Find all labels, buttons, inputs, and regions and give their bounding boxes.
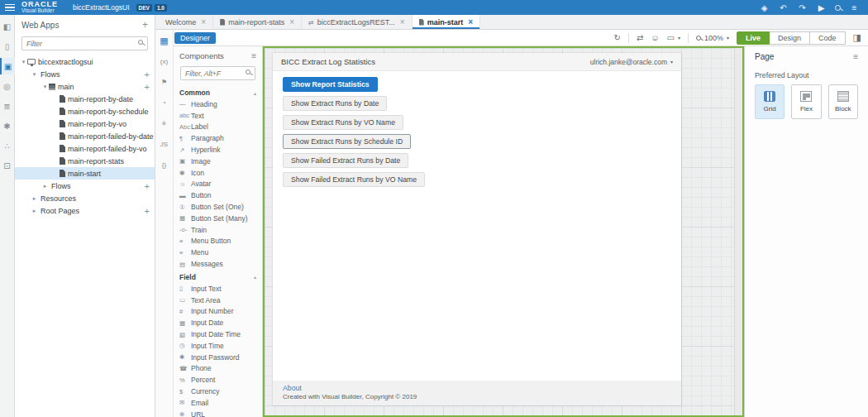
panel-menu-icon[interactable]: ≡ [251,51,256,60]
editor-tab[interactable]: biccExtractLogsREST... × [302,15,413,29]
tree-item[interactable]: ▸ Resources + [15,192,155,204]
component-item[interactable]: — Heading [174,98,262,110]
hamburger-icon[interactable] [5,4,15,11]
settings-gear-icon[interactable]: ✳ [157,116,172,131]
tree-item[interactable]: ▸ Flows + [15,180,155,192]
expander-icon[interactable]: ▾ [20,59,27,65]
component-item[interactable]: ✱ Input Password [174,352,262,363]
search-icon[interactable] [835,5,841,11]
component-item[interactable]: ◷ Input Time [174,340,262,352]
report-button[interactable]: Show Failed Extract Runs by Date [283,153,408,168]
diagram-icon[interactable]: ◈ [759,3,770,12]
component-item[interactable]: ▣ Image [174,156,262,167]
redo-icon[interactable]: ↷ [797,3,808,12]
tree-item[interactable]: ▾ Flows + [15,68,155,80]
add-icon[interactable]: + [145,70,150,79]
close-icon[interactable]: × [201,17,206,26]
canvas-scrollbar[interactable] [734,48,742,415]
tree-item[interactable]: ▾ biccextractlogsui + [15,55,155,68]
business-objects-icon[interactable]: ≣ [0,98,15,114]
about-link[interactable]: About [283,384,671,392]
close-icon[interactable]: × [400,17,405,26]
component-item[interactable]: ◉ Icon [174,167,262,179]
collapse-panel-icon[interactable]: ◧ [0,18,15,35]
editor-tab[interactable]: Welcome × [155,15,213,29]
component-item[interactable]: ☎ Phone [174,363,262,375]
tree-item[interactable]: main-report-failed-by-vo + [15,142,155,155]
component-item[interactable]: % Percent [174,374,262,386]
design-canvas[interactable]: BICC Extract Log Statistics ulrich.janke… [263,46,744,417]
tree-item[interactable]: main-report-stats + [15,155,155,167]
expander-icon[interactable]: ▾ [31,71,38,78]
tree-item[interactable]: main-report-by-date + [15,93,155,105]
right-panel-toggle-icon[interactable]: ◨ [853,32,861,43]
component-item[interactable]: ▦ Input Date [174,317,262,328]
audit-user-icon[interactable]: ☺ [651,33,659,42]
collapse-section-icon[interactable]: ▴ [254,274,256,280]
mode-button[interactable]: Code [810,31,846,45]
layout-option[interactable]: Block [828,84,858,119]
source-view-icon[interactable]: ⊡ [0,157,15,174]
processes-icon[interactable]: ∴ [0,137,15,154]
components-icon[interactable]: ✱ [0,117,15,134]
close-icon[interactable]: × [289,17,294,26]
component-item[interactable]: ▯ Input Text [174,283,262,295]
menu-icon[interactable]: ≡ [849,3,860,12]
editor-tab[interactable]: main-report-stats × [213,15,302,29]
page-designer-icon[interactable]: ▦ [157,33,172,48]
tree-item[interactable]: ▸ Root Pages + [15,204,155,217]
webapps-filter-input[interactable] [21,36,148,50]
component-item[interactable]: ✉ Email [174,397,262,409]
report-button[interactable]: Show Failed Extract Runs by VO Name [283,172,425,187]
tree-item[interactable]: main-report-by-vo + [15,117,155,130]
services-icon[interactable]: ◎ [0,78,15,94]
expander-icon[interactable]: ▸ [41,183,49,189]
component-item[interactable]: ▭ Text Area [174,295,262,306]
component-item[interactable]: # Input Number [174,306,262,318]
report-button[interactable]: Show Extract Runs by Date [283,96,387,111]
json-icon[interactable]: {} [157,157,172,172]
tree-item[interactable]: main-report-by-schedule + [15,105,155,117]
web-apps-icon[interactable]: ▣ [0,58,15,74]
expander-icon[interactable]: ▸ [31,208,38,214]
mode-button[interactable]: Live [737,31,770,45]
component-item[interactable]: ▦ Button Set (Many) [174,213,262,224]
editor-tab[interactable]: main-start × [413,15,480,29]
tree-item[interactable]: main-report-failed-by-date + [15,130,155,142]
run-icon[interactable]: ▶ [816,3,827,12]
expander-icon[interactable]: ▾ [41,84,49,90]
component-item[interactable]: ≡ Menu [174,247,262,258]
collapse-section-icon[interactable]: ▴ [254,90,256,96]
user-menu[interactable]: ulrich.janke@oracle.com ▾ [590,58,673,66]
component-item[interactable]: ≡ Menu Button [174,236,262,247]
zoom-control[interactable]: 100% ▾ [696,34,729,42]
report-button[interactable]: Show Report Statistics [283,77,378,92]
component-item[interactable]: ⊕ URL [174,409,262,417]
component-item[interactable]: ① Button Set (One) [174,201,262,213]
expander-icon[interactable]: ▸ [31,195,38,202]
components-filter-input[interactable] [180,66,255,80]
javascript-icon[interactable]: JS [157,137,172,151]
tab-designer[interactable]: Designer [174,32,216,44]
component-item[interactable]: ▧ Input Date Time [174,328,262,340]
refresh-icon[interactable]: ↻ [614,33,621,42]
component-item[interactable]: ▬ Button [174,189,262,201]
mode-button[interactable]: Design [770,31,810,45]
component-item[interactable]: -o- Train [174,224,262,236]
page-switcher-icon[interactable]: ⇄ [637,33,643,42]
component-item[interactable]: abc Text [174,110,262,122]
component-item[interactable]: ☺ Avatar [174,179,262,190]
report-button[interactable]: Show Extract Runs by VO Name [283,115,403,130]
actions-icon[interactable]: ⚑ [157,74,172,89]
tree-item[interactable]: ▾ main + [15,80,155,93]
undo-icon[interactable]: ↶ [778,3,789,12]
add-icon[interactable]: + [145,82,150,92]
component-item[interactable]: ↗ Hyperlink [174,144,262,156]
close-icon[interactable]: × [468,17,473,26]
component-item[interactable]: ▤ Messages [174,258,262,270]
events-icon[interactable]: ◔ [157,95,172,110]
mobile-apps-icon[interactable]: ▯ [0,38,15,55]
layout-option[interactable]: Grid [755,84,785,119]
component-item[interactable]: ¶ Paragraph [174,132,262,144]
screen-size-selector[interactable]: ▭ ▾ [667,33,680,42]
